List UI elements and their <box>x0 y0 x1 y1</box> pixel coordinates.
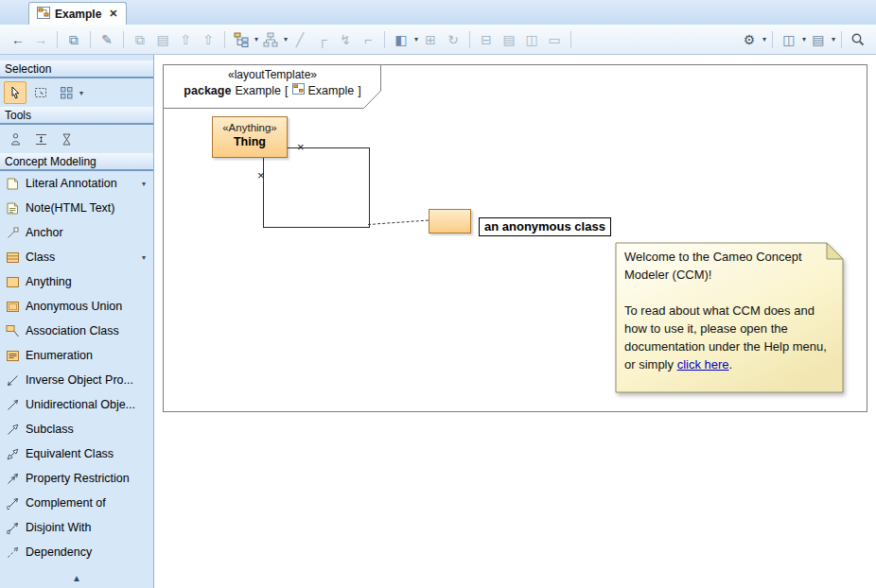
palette-item-complement-of[interactable]: c Complement of <box>0 491 153 515</box>
toolbar-separator <box>90 31 91 48</box>
dashed-connector[interactable] <box>368 220 429 225</box>
toolbar-separator <box>570 31 571 48</box>
tab-title: Example <box>55 8 101 21</box>
palette-item-association-class[interactable]: Association Class <box>0 319 153 343</box>
swimlane-button[interactable]: ⊟ <box>476 29 497 50</box>
palette-item-label: Enumeration <box>26 349 93 362</box>
palette-item-literal-annotation[interactable]: Literal Annotation ▾ <box>0 171 153 196</box>
move-layer-button[interactable]: ⇧ <box>198 29 219 50</box>
class-diagram-icon <box>37 6 50 23</box>
palette-item-label: Equivalent Class <box>26 447 114 460</box>
split-view-button[interactable]: ◫ <box>521 29 542 50</box>
frame-close-bracket: ] <box>358 84 360 97</box>
palette-item-subclass[interactable]: Subclass <box>0 417 153 441</box>
frame-package-name: Example <box>235 84 281 97</box>
chevron-down-icon[interactable]: ▾ <box>832 35 835 43</box>
thing-class-shape[interactable]: «Anything» Thing <box>212 116 288 158</box>
related-diagrams-button[interactable]: ⧉ <box>63 29 84 50</box>
chevron-down-icon[interactable]: ▾ <box>142 180 148 188</box>
frame-diagram-name: Example <box>308 84 355 97</box>
diagram-frame[interactable]: «layoutTemplate» package Example [ Examp… <box>163 64 867 412</box>
diagram-properties-button[interactable]: ✎ <box>96 29 117 50</box>
chevron-down-icon[interactable]: ▾ <box>254 35 258 43</box>
group-select-tool-button[interactable] <box>55 81 78 104</box>
hourglass-tool-button[interactable] <box>55 128 78 150</box>
tab-close-icon[interactable]: ✕ <box>109 8 117 20</box>
palette-item-label: Literal Annotation <box>26 177 117 190</box>
frame-header[interactable]: «layoutTemplate» package Example [ Examp… <box>164 65 381 97</box>
palette-item-dependency[interactable]: Dependency <box>0 540 153 564</box>
move-up-button[interactable]: ⇧ <box>175 29 196 50</box>
anonymous-union-rectangle[interactable] <box>263 147 370 228</box>
view-list-button[interactable]: ▤ <box>808 29 829 50</box>
separator-tool-button[interactable] <box>29 128 52 150</box>
section-header-selection[interactable]: Selection <box>0 61 153 78</box>
palette-item-class[interactable]: Class ▾ <box>0 245 153 269</box>
palette-item-anchor[interactable]: Anchor <box>0 220 153 245</box>
cursor-tool-button[interactable] <box>4 81 26 104</box>
welcome-note[interactable]: Welcome to the Cameo Concept Modeler (CC… <box>615 242 844 393</box>
rectilinear-path-button[interactable]: ┌ <box>312 29 333 50</box>
disjoint-with-icon: d <box>6 521 20 535</box>
palette-item-unidirectional-object-property[interactable]: Unidirectional Obje... <box>0 392 153 417</box>
section-header-tools[interactable]: Tools <box>0 107 153 125</box>
paste-button[interactable]: ▤ <box>152 29 173 50</box>
frame-view-button[interactable]: ▭ <box>544 29 565 50</box>
concept-modeling-palette: Literal Annotation ▾ Note(HTML Text) Anc… <box>0 171 153 564</box>
non-navigable-marker: × <box>297 141 305 153</box>
palette-item-label: Dependency <box>26 545 92 559</box>
containment-tree-button[interactable] <box>231 29 252 50</box>
gear-icon[interactable]: ⚙ <box>739 29 760 50</box>
marquee-select-tool-button[interactable] <box>29 81 52 104</box>
unidirectional-object-property-icon <box>6 398 20 412</box>
palette-item-anonymous-union[interactable]: Anonymous Union <box>0 294 153 319</box>
diagram-canvas[interactable]: «layoutTemplate» package Example [ Examp… <box>155 55 876 588</box>
frame-stereotype: «layoutTemplate» <box>164 68 381 81</box>
svg-text:c: c <box>7 504 10 510</box>
copy-button[interactable]: ⧉ <box>130 29 150 50</box>
grid-layout-button[interactable]: ▤ <box>499 29 519 50</box>
window-layout-button[interactable]: ◫ <box>779 29 799 50</box>
frame-open-bracket: [ <box>285 84 288 97</box>
fill-color-button[interactable]: ◧ <box>391 29 412 50</box>
palette-item-label: Unidirectional Obje... <box>26 398 135 411</box>
palette-item-disjoint-with[interactable]: d Disjoint With <box>0 515 153 540</box>
palette-item-inverse-object-property[interactable]: Inverse Object Pro... <box>0 368 153 392</box>
toolbar-separator <box>123 31 124 48</box>
chevron-down-icon[interactable]: ▾ <box>802 35 806 43</box>
add-element-button[interactable]: ⊞ <box>420 29 441 50</box>
section-header-concept-modeling[interactable]: Concept Modeling <box>0 153 153 171</box>
back-button[interactable]: ← <box>8 29 28 50</box>
frame-keyword: package <box>184 84 231 97</box>
property-restriction-icon <box>6 472 20 486</box>
anonymous-class-label[interactable]: an anonymous class <box>479 217 611 236</box>
zigzag-path-button[interactable]: ↯ <box>335 29 356 50</box>
palette-item-property-restriction[interactable]: Property Restriction <box>0 466 153 491</box>
click-here-link[interactable]: click here <box>677 357 729 372</box>
palette-item-enumeration[interactable]: Enumeration <box>0 343 153 368</box>
forward-button[interactable]: → <box>30 29 51 50</box>
layout-tree-button[interactable] <box>260 29 281 50</box>
palette-item-equivalent-class[interactable]: Equivalent Class <box>0 441 153 466</box>
palette-collapse-arrow[interactable]: ▲ <box>0 573 153 583</box>
chevron-down-icon[interactable]: ▾ <box>142 253 148 262</box>
palette-item-label: Anonymous Union <box>26 300 122 313</box>
note-intro: Welcome to the Cameo Concept Modeler (CC… <box>624 250 802 282</box>
anything-icon <box>6 275 20 289</box>
anonymous-class-shape[interactable] <box>429 209 471 233</box>
search-icon[interactable] <box>848 29 868 50</box>
oblique-path-button[interactable]: ╱ <box>289 29 310 50</box>
chevron-down-icon[interactable]: ▾ <box>414 35 418 43</box>
chevron-down-icon[interactable]: ▾ <box>79 89 83 97</box>
literal-annotation-icon <box>6 177 20 191</box>
chevron-down-icon[interactable]: ▾ <box>284 35 288 43</box>
actor-tool-button[interactable] <box>4 128 26 150</box>
palette-item-note-html[interactable]: Note(HTML Text) <box>0 196 153 220</box>
main-toolbar: ← → ⧉ ✎ ⧉ ▤ ⇧ ⇧ ▾ ▾ ╱ ┌ ↯ ⌐ ◧ ▾ ⊞ ↻ ⊟ ▤ … <box>0 25 876 55</box>
refresh-button[interactable]: ↻ <box>443 29 464 50</box>
palette-item-anything[interactable]: Anything <box>0 269 153 294</box>
tab-example[interactable]: Example ✕ <box>28 2 127 25</box>
corner-path-button[interactable]: ⌐ <box>358 29 378 50</box>
anchor-icon <box>6 226 20 240</box>
chevron-down-icon[interactable]: ▾ <box>762 35 766 43</box>
